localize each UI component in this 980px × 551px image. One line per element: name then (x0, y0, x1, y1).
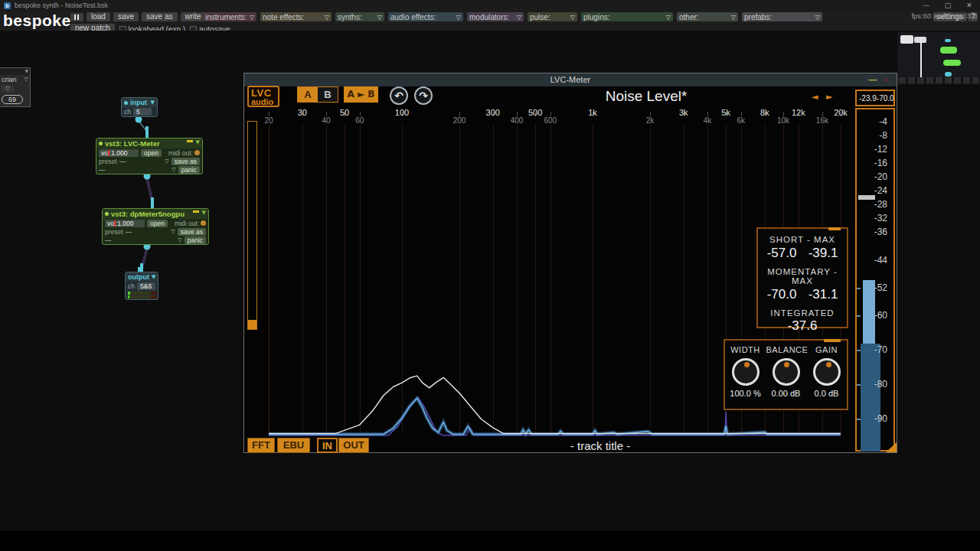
chevron-down-icon[interactable]: ▼ (202, 210, 206, 216)
balance-value: 0.00 dB (766, 389, 806, 398)
root-note-value[interactable]: 69 (2, 95, 23, 104)
load-button[interactable]: load (87, 12, 110, 21)
scale-dropdown[interactable]: crian▽ (0, 75, 30, 84)
menu-bar: bespoke load save save as write audio in… (0, 11, 980, 31)
freq-label-16k: 16k (811, 116, 834, 125)
chevron-down-icon[interactable]: ▼ (152, 274, 155, 280)
menu-dropdown-pulse[interactable]: pulse:▽ (528, 12, 577, 21)
menu-dropdown-modulators[interactable]: modulators:▽ (467, 12, 524, 21)
os-maximize-button[interactable]: ▢ (937, 0, 959, 11)
vst-node-header[interactable]: vst3: dpMeter5nogpu▼ (103, 209, 208, 219)
out-button[interactable]: OUT (338, 438, 369, 453)
save-button[interactable]: save (113, 12, 139, 21)
input-node-header[interactable]: input▼ (122, 98, 157, 107)
menu-dropdown-plugins[interactable]: plugins:▽ (581, 12, 673, 21)
slider-position (114, 220, 116, 227)
vol-slider[interactable]: vol:1.000 (99, 149, 139, 157)
open-button[interactable]: open (141, 149, 162, 157)
panic-button[interactable]: panic (178, 166, 200, 174)
input-channel-value[interactable]: 5 (133, 108, 152, 116)
freq-label-600: 600 (539, 116, 562, 125)
slider-position (108, 150, 109, 156)
freq-label-300: 300 (482, 108, 505, 117)
panic-button[interactable]: panic (185, 236, 206, 244)
ab-toggle-b[interactable]: B (318, 87, 338, 102)
preset-dropdown[interactable]: ▽ (165, 158, 168, 165)
preset-next-arrow[interactable]: ► (826, 92, 832, 102)
ebu-button[interactable]: EBU (277, 438, 310, 453)
enabled-dot[interactable] (105, 212, 109, 216)
note-bar (940, 47, 957, 54)
patch-canvas[interactable]: ▼ crian▽ ▽ 69 input▼ ch5 vst3: LVC-Meter… (0, 31, 980, 531)
in-button[interactable]: IN (317, 438, 338, 453)
gridline-2k (650, 125, 651, 433)
knob-indicator-dot (744, 362, 750, 367)
chevron-down-icon[interactable]: ▼ (196, 139, 200, 145)
freq-tick (345, 112, 345, 116)
output-node-header[interactable]: output▼ (126, 272, 158, 282)
menu-dropdown-other[interactable]: other:▽ (677, 12, 738, 21)
width-knob[interactable] (732, 358, 760, 386)
module-vst3-dpmeter5[interactable]: vst3: dpMeter5nogpu▼ vol:1.000 open midi… (102, 208, 209, 245)
freq-tick (822, 112, 823, 116)
ab-compare-toggle[interactable]: A B (297, 86, 338, 103)
save-as-button[interactable]: save as (178, 228, 206, 236)
module-vst3-lvc-meter[interactable]: vst3: LVC-Meter▼ vol:1.000 open midi out… (96, 138, 203, 174)
ab-copy-button[interactable]: A ► B (344, 86, 378, 103)
module-output[interactable]: output▼ ch5&6 (125, 272, 158, 300)
undo-button[interactable]: ↶ (390, 86, 408, 105)
chevron-down-icon[interactable]: ▼ (151, 99, 155, 106)
os-minimize-button[interactable]: — (916, 0, 937, 11)
save-as-button[interactable]: save as (172, 158, 200, 165)
resize-handle[interactable] (886, 442, 897, 452)
mini-dropdown[interactable]: ▽ (2, 85, 14, 93)
module-input[interactable]: input▼ ch5 (121, 97, 158, 117)
menu-dropdown-instruments[interactable]: instruments:▽ (203, 12, 256, 21)
minimized-sequencer-panel[interactable] (897, 32, 980, 84)
knob-indicator-dot (784, 362, 789, 367)
enabled-dot[interactable] (124, 101, 128, 105)
program-dropdown[interactable]: ▽ (172, 167, 175, 173)
gain-knob[interactable] (813, 358, 841, 386)
freq-label-200: 200 (448, 116, 471, 125)
preset-prev-arrow[interactable]: ◄ (812, 92, 818, 102)
plugin-close-button[interactable]: ✕ (881, 73, 892, 86)
program-dropdown[interactable]: ▽ (178, 237, 181, 243)
menu-dropdown-noteeffects[interactable]: note effects:▽ (260, 12, 332, 21)
track-title: - track title - (535, 439, 665, 452)
minimize-tab[interactable] (187, 140, 193, 142)
preset-name[interactable]: Noise Level* (570, 88, 723, 105)
integrated-value: -37.6 (758, 318, 847, 334)
width-label: WIDTH (726, 345, 766, 354)
fft-button[interactable]: FFT (247, 438, 275, 453)
freq-label-5k: 5k (714, 108, 737, 117)
plugin-minimize-button[interactable]: — (867, 73, 878, 86)
ab-toggle-a[interactable]: A (298, 87, 318, 102)
midi-out-port[interactable] (201, 220, 206, 226)
save-as-button[interactable]: save as (142, 12, 177, 21)
vst-node-header[interactable]: vst3: LVC-Meter▼ (96, 139, 202, 148)
enabled-dot[interactable] (99, 142, 103, 145)
vol-slider[interactable]: vol:1.000 (105, 220, 145, 227)
redo-button[interactable]: ↷ (414, 86, 433, 105)
menu-dropdown-synths[interactable]: synths:▽ (335, 12, 384, 21)
open-button[interactable]: open (147, 220, 168, 227)
plugin-titlebar[interactable]: LVC-Meter — ✕ (244, 73, 897, 86)
os-close-button[interactable]: ✕ (959, 0, 980, 11)
menu-dropdown-prefabs[interactable]: prefabs:▽ (742, 12, 822, 21)
preset-dropdown[interactable]: ▽ (171, 229, 175, 235)
pause-button[interactable] (70, 13, 83, 21)
panel-header[interactable]: ▼ (0, 68, 30, 75)
balance-knob[interactable] (773, 358, 800, 386)
menu-dropdown-audioeffects[interactable]: audio effects:▽ (388, 12, 463, 21)
freq-label-12k: 12k (787, 108, 810, 117)
midi-out-port[interactable] (194, 150, 200, 155)
minimize-tab[interactable] (193, 210, 199, 213)
freq-tick (493, 112, 494, 116)
gridline-300 (493, 125, 494, 433)
scale-panel[interactable]: ▼ crian▽ ▽ 69 (0, 67, 31, 107)
freq-label-3k: 3k (672, 108, 695, 117)
plugin-window[interactable]: LVC-Meter — ✕ 20304050601002003004005006… (243, 73, 897, 453)
lvc-audio-logo: LVC audio (247, 86, 279, 107)
output-channel-value[interactable]: 5&6 (137, 282, 155, 290)
